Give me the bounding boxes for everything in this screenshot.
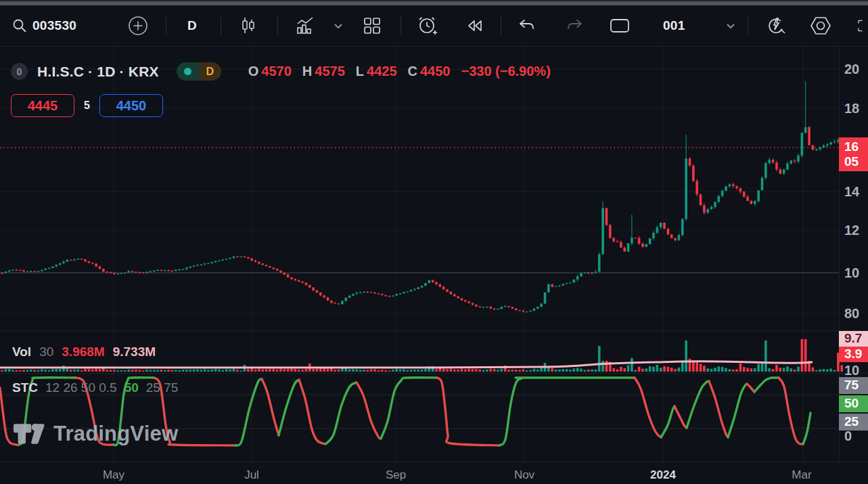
volume-scale-badge: 3.9 [839,347,868,362]
time-axis-label: Nov [514,468,534,482]
trading-chart-app: 003530 D [0,0,868,484]
time-axis-label: May [103,468,124,482]
market-status-pill[interactable]: D [177,62,221,81]
stc-band-values: 25 75 [146,380,179,395]
tradingview-watermark-text: TradingView [53,422,178,446]
time-axis-label: Sep [386,468,406,482]
stc-band-badge: 75 [839,377,868,394]
price-scale-label: 14 [844,184,859,200]
bid-ask-row: 4445 5 4450 [11,94,163,117]
market-status-dot [184,68,191,75]
time-axis[interactable]: MayJulSepNov2024Mar [0,462,868,484]
stc-band-badge: 50 [839,395,868,412]
open-value: 4570 [261,64,292,79]
change-value: −330 (−6.90%) [461,64,550,79]
stc-label: STC [12,380,38,395]
tradingview-logo-icon [14,419,45,449]
right-price-scale[interactable]: 20181412108016059.73.9107550250 [839,46,868,462]
stc-scale-zero-label: 0 [844,428,852,444]
volume-scale-badge: 9.7 [839,331,868,347]
stc-band-badge: 25 [839,414,868,431]
close-key: C [408,64,417,79]
time-axis-label: Jul [244,468,259,482]
ask-price-box[interactable]: 4450 [99,94,163,117]
high-key: H [302,64,312,79]
symbol-legend-row: 0 H.I.S.C · 1D · KRX D O4570 H4575 L4425… [11,62,551,81]
price-scale-label: 18 [844,101,859,116]
time-axis-label: Mar [792,468,811,482]
low-key: L [356,64,364,79]
time-axis-label: 2024 [650,468,676,482]
low-value: 4425 [367,64,397,79]
ohlc-values: O4570 H4575 L4425 C4450 −330 (−6.90%) [248,64,551,79]
stc-current-value: 50 [124,380,139,395]
price-scale-label: 80 [844,306,859,322]
market-status-dot-wrap [177,62,199,81]
stc-scale-top-label: 10 [844,363,859,378]
volume-indicator-legend[interactable]: Vol 30 3.968M 9.733M [12,345,156,359]
price-scale-label: 20 [844,62,859,77]
stc-indicator-legend[interactable]: STC 12 26 50 0.5 50 25 75 [12,380,178,395]
volume-label: Vol [12,345,31,359]
open-key: O [248,64,259,79]
volume-ma-value: 9.733M [113,345,156,359]
spread-value: 5 [84,100,90,112]
volume-ma-length: 30 [39,345,53,359]
legend-index-badge[interactable]: 0 [11,63,28,80]
last-price-badge: 1605 [839,137,868,171]
symbol-title[interactable]: H.I.S.C · 1D · KRX [37,64,159,80]
close-value: 4450 [420,64,451,79]
tradingview-watermark: TradingView [14,419,178,449]
bid-price-box[interactable]: 4445 [11,94,74,117]
price-scale-label: 12 [844,223,859,238]
volume-current-value: 3.968M [62,345,104,359]
data-mode-badge: D [199,62,221,81]
price-scale-label: 10 [844,265,859,281]
stc-params: 12 26 50 0.5 [45,380,117,395]
high-value: 4575 [315,64,345,79]
